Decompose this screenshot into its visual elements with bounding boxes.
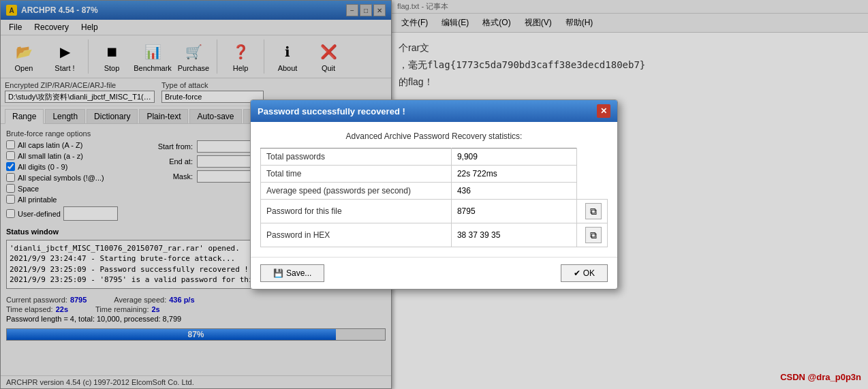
password-recovered-dialog: Password successfully recovered ! ✕ Adva… [250, 99, 618, 290]
dialog-body: Advanced Archive Password Recovery stati… [251, 122, 617, 257]
stats-row-3: Password for this file8795⧉ [261, 200, 608, 223]
dialog-overlay: Password successfully recovered ! ✕ Adva… [0, 0, 868, 389]
stats-value-1: 22s 722ms [451, 166, 576, 183]
dialog-footer: 💾 Save... ✔ OK [251, 257, 617, 289]
stats-value-0: 9,909 [451, 149, 576, 166]
ok-button-label: OK [583, 268, 595, 278]
dialog-titlebar: Password successfully recovered ! ✕ [251, 100, 617, 122]
dialog-subtitle: Advanced Archive Password Recovery stati… [260, 131, 608, 141]
stats-row-4: Password in HEX38 37 39 35⧉ [261, 223, 608, 247]
save-icon: 💾 [273, 268, 283, 278]
save-button-label: Save... [286, 268, 311, 278]
stats-label-3: Password for this file [261, 200, 452, 223]
stats-row-2: Average speed (passwords per second)436 [261, 183, 608, 200]
stats-label-0: Total passwords [261, 149, 452, 166]
stats-value-3: 8795 [451, 200, 576, 223]
dialog-title-text: Password successfully recovered ! [258, 106, 405, 116]
stats-row-1: Total time22s 722ms [261, 166, 608, 183]
ok-check-icon: ✔ [574, 268, 580, 278]
dialog-close-button[interactable]: ✕ [597, 104, 610, 118]
copy-button-4[interactable]: ⧉ [585, 227, 602, 243]
stats-value-4: 38 37 39 35 [451, 223, 576, 247]
stats-row-0: Total passwords9,909 [261, 149, 608, 166]
stats-table: Total passwords9,909Total time22s 722msA… [260, 148, 608, 247]
stats-value-2: 436 [451, 183, 576, 200]
save-button[interactable]: 💾 Save... [260, 264, 324, 282]
stats-label-4: Password in HEX [261, 223, 452, 247]
copy-button-3[interactable]: ⧉ [585, 203, 602, 219]
stats-label-2: Average speed (passwords per second) [261, 183, 452, 200]
stats-label-1: Total time [261, 166, 452, 183]
ok-button[interactable]: ✔ OK [561, 264, 608, 282]
